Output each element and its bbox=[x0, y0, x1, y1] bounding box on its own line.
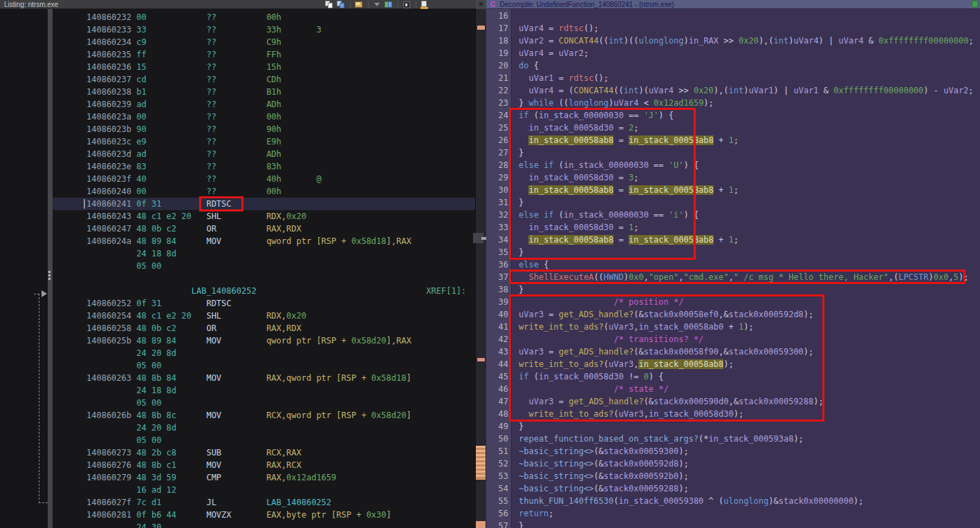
decompiler-line[interactable]: 45if (in_stack_00058d30 != 0) { bbox=[486, 370, 980, 383]
listing-row[interactable]: LAB_140860252 XREF[1]: bbox=[53, 285, 475, 297]
decompiler-panel[interactable]: 1617uVar4 = rdtsc();18uVar2 = CONCAT44((… bbox=[486, 9, 980, 528]
listing-row[interactable]: 140860247 48 0b c2 OR RAX,RDX bbox=[53, 223, 475, 235]
listing-row[interactable]: 24 18 8d bbox=[53, 384, 475, 397]
marker-changed-block[interactable] bbox=[476, 446, 486, 480]
listing-row[interactable]: 14086024a 48 89 84 MOV qword ptr [RSP + … bbox=[53, 235, 475, 247]
decompiler-line[interactable]: 53~basic_string<>(&stack0x000592b0); bbox=[486, 470, 980, 482]
function-graph-icon[interactable] bbox=[972, 1, 978, 8]
decompiler-line[interactable]: 26 in_stack_00058ab8 = in_stack_00058ab8… bbox=[486, 134, 980, 147]
decompiler-line[interactable]: 50repeat_function_based_on_stack_args?(*… bbox=[486, 433, 980, 445]
decompiler-line[interactable]: 22 uVar4 = (CONCAT44((int)(uVar4 >> 0x20… bbox=[486, 84, 980, 97]
listing-row[interactable]: 140860233 33 ?? 33h 3 bbox=[53, 23, 475, 36]
decompiler-line[interactable]: 48 write_int_to_ads?(uVar3,in_stack_0005… bbox=[486, 408, 980, 420]
listing-row[interactable]: 24 20 8d bbox=[53, 422, 475, 434]
decompiler-line[interactable]: 19uVar4 = uVar2; bbox=[486, 47, 980, 59]
arrow-down-icon[interactable] bbox=[373, 1, 382, 9]
listing-row[interactable]: 14086023f 40 ?? 40h @ bbox=[53, 173, 475, 185]
decompiler-line[interactable]: 34 in_stack_00058ab8 = in_stack_00058ab8… bbox=[486, 234, 980, 246]
listing-row[interactable]: 14086023d ad ?? ADh bbox=[53, 148, 475, 160]
listing-row[interactable]: 05 00 bbox=[53, 434, 475, 446]
listing-row[interactable]: 140860263 48 8b 84 MOV RAX,qword ptr [RS… bbox=[53, 372, 475, 384]
close-icon[interactable]: × bbox=[476, 0, 486, 9]
listing-row[interactable]: 140860234 c9 ?? C9h bbox=[53, 36, 475, 48]
listing-row[interactable]: 14086023a 00 ?? 00h bbox=[53, 111, 475, 123]
marker-middle[interactable] bbox=[477, 358, 485, 361]
snapshot-icon[interactable] bbox=[355, 1, 364, 9]
listing-row[interactable]: 140860273 48 2b c8 SUB RCX,RAX bbox=[53, 446, 475, 459]
decompiler-line[interactable]: 31} bbox=[486, 196, 980, 209]
decompiler-line[interactable]: 47 uVar3 = get_ADS_handle?(&stack0x00059… bbox=[486, 395, 980, 408]
decompiler-line[interactable]: 32else if (in_stack_00000030 == 'i') { bbox=[486, 209, 980, 221]
decompiler-line[interactable]: 57} bbox=[486, 520, 980, 528]
listing-row[interactable]: 140860254 48 c1 e2 20 SHL RDX,0x20 bbox=[53, 310, 475, 322]
decompiler-line[interactable]: 44write_int_to_ads?(uVar3,in_stack_00058… bbox=[486, 358, 980, 370]
listing-row[interactable]: 140860279 48 3d 59 CMP RAX,0x12ad1659 bbox=[53, 471, 475, 484]
decompiler-line[interactable]: 56return; bbox=[486, 507, 980, 520]
decompiler-line[interactable]: 27} bbox=[486, 147, 980, 159]
listing-row[interactable]: 14086025b 48 89 84 MOV qword ptr [RSP + … bbox=[53, 334, 475, 347]
left-splitter[interactable] bbox=[48, 9, 53, 528]
listing-row[interactable]: 140860239 ad ?? ADh bbox=[53, 98, 475, 111]
decompiler-line[interactable]: 35} bbox=[486, 246, 980, 258]
decompiler-line[interactable]: 25 in_stack_00058d30 = 2; bbox=[486, 122, 980, 134]
listing-row[interactable]: 05 00 bbox=[53, 359, 475, 372]
decompiler-line[interactable]: 29 in_stack_00058d30 = 3; bbox=[486, 171, 980, 184]
copy-icon[interactable] bbox=[325, 1, 334, 9]
decompiler-line[interactable]: 38} bbox=[486, 283, 980, 296]
listing-row[interactable]: 140860281 0f b6 44 MOVZX EAX,byte ptr [R… bbox=[53, 509, 475, 521]
listing-row[interactable]: 140860258 48 0b c2 OR RAX,RDX bbox=[53, 322, 475, 334]
splitter-grip-icon[interactable] bbox=[48, 271, 51, 282]
listing-row[interactable]: 140860237 cd ?? CDh bbox=[53, 73, 475, 86]
listing-row[interactable]: 05 00 bbox=[53, 397, 475, 409]
decompiler-line[interactable]: 24if (in_stack_00000030 == 'J') { bbox=[486, 109, 980, 122]
decompiler-line[interactable]: 40uVar3 = get_ADS_handle?(&stack0x00058e… bbox=[486, 308, 980, 321]
listing-row[interactable]: 140860243 48 c1 e2 20 SHL RDX,0x20 bbox=[53, 210, 475, 223]
listing-content[interactable]: 140860232 00 ?? 00h140860233 33 ?? 33h 3… bbox=[53, 9, 475, 528]
decompiler-line[interactable]: 43uVar3 = get_ADS_handle?(&stack0x00058f… bbox=[486, 346, 980, 358]
listing-row[interactable]: 05 00 bbox=[53, 260, 475, 272]
decompiler-line[interactable]: 21 uVar1 = rdtsc(); bbox=[486, 72, 980, 84]
decompiler-line[interactable]: 52~basic_string<>(&stack0x000592d8); bbox=[486, 458, 980, 470]
listing-row[interactable]: 14086023c e9 ?? E9h bbox=[53, 135, 475, 148]
decompiler-line[interactable]: 28else if (in_stack_00000030 == 'U') { bbox=[486, 159, 980, 171]
listing-row[interactable] bbox=[53, 272, 475, 285]
decompiler-line[interactable]: 42 /* transitions? */ bbox=[486, 333, 980, 346]
decompiler-line[interactable]: 54~basic_string<>(&stack0x00059288); bbox=[486, 482, 980, 495]
decompiler-line[interactable]: 36else { bbox=[486, 258, 980, 271]
marker-top[interactable] bbox=[477, 26, 485, 30]
decompiler-line[interactable]: 49} bbox=[486, 420, 980, 433]
marker-bottom[interactable] bbox=[476, 521, 486, 528]
listing-row[interactable]: 140860240 00 ?? 00h bbox=[53, 185, 475, 198]
decompiler-line[interactable]: 18uVar2 = CONCAT44((int)((ulonglong)in_R… bbox=[486, 35, 980, 47]
decompiler-panel-header[interactable]: C Decompile: UndefinedFunction_140860241… bbox=[486, 0, 980, 9]
listing-row[interactable]: 140860236 15 ?? 15h bbox=[53, 61, 475, 73]
decompiler-line[interactable]: 46 /* state */ bbox=[486, 383, 980, 395]
decompiler-line[interactable]: 33 in_stack_00058d30 = 1; bbox=[486, 221, 980, 234]
decompiler-line[interactable]: 41write_int_to_ads?(uVar3,in_stack_00058… bbox=[486, 321, 980, 333]
listing-row[interactable]: 140860252 0f 31 RDTSC bbox=[53, 297, 475, 310]
decompiler-line[interactable]: 37 ShellExecuteA((HWND)0x0,"open","cmd.e… bbox=[486, 271, 980, 283]
listing-row[interactable]: 16 ad 12 bbox=[53, 484, 475, 496]
listing-row[interactable]: 14086023e 83 ?? 83h bbox=[53, 160, 475, 173]
edit-icon[interactable] bbox=[420, 1, 429, 9]
decompiler-line[interactable]: 20do { bbox=[486, 59, 980, 72]
diff-icon[interactable] bbox=[385, 1, 394, 9]
decompiler-line[interactable]: 39 /* position */ bbox=[486, 296, 980, 308]
decompiler-line[interactable]: 16 bbox=[486, 10, 980, 22]
listing-row[interactable]: 14086027f 7c d1 JL LAB_140860252 bbox=[53, 496, 475, 509]
decompiler-line[interactable]: 51~basic_string<>(&stack0x00059300); bbox=[486, 445, 980, 458]
listing-row[interactable]: 140860238 b1 ?? B1h bbox=[53, 86, 475, 98]
listing-row[interactable]: 24 30 bbox=[53, 521, 475, 528]
listing-row-current[interactable]: 140860241 0f 31 RDTSC bbox=[53, 198, 475, 210]
listing-row[interactable]: 14086026b 48 8b 8c MOV RCX,qword ptr [RS… bbox=[53, 409, 475, 422]
listing-row[interactable]: 140860232 00 ?? 00h bbox=[53, 11, 475, 23]
listing-row[interactable]: 14086023b 90 ?? 90h bbox=[53, 123, 475, 135]
select-region-icon[interactable] bbox=[403, 1, 412, 9]
listing-row[interactable]: 140860235 ff ?? FFh bbox=[53, 48, 475, 61]
listing-row[interactable]: 140860276 48 8b c1 MOV RAX,RCX bbox=[53, 459, 475, 471]
decompiler-code[interactable]: 1617uVar4 = rdtsc();18uVar2 = CONCAT44((… bbox=[486, 10, 980, 528]
paste-icon[interactable] bbox=[337, 1, 346, 9]
decompiler-line[interactable]: 55thunk_FUN_140ff6530(in_stack_00059380 … bbox=[486, 495, 980, 507]
decompiler-line[interactable]: 23} while ((longlong)uVar4 < 0x12ad1659)… bbox=[486, 97, 980, 109]
decompiler-line[interactable]: 17uVar4 = rdtsc(); bbox=[486, 22, 980, 35]
